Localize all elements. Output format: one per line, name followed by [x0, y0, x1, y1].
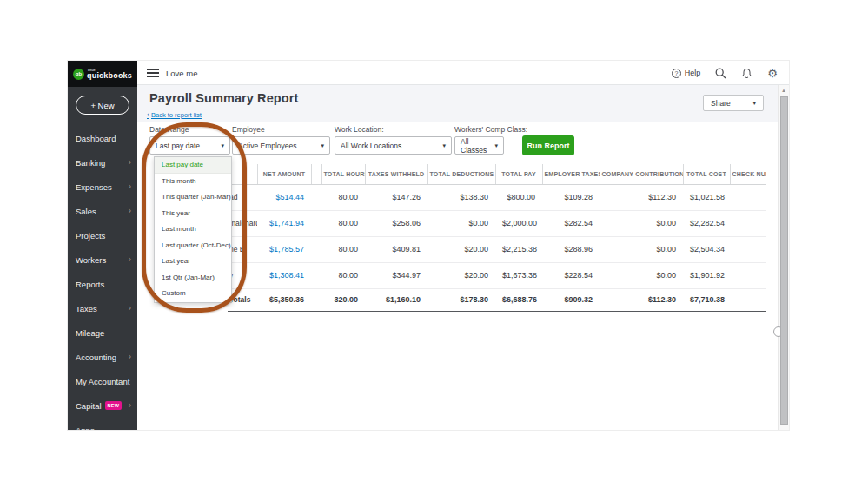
totals-total-hours: 320.00 [321, 288, 365, 311]
sidebar-item-sales[interactable]: Sales › [68, 199, 137, 223]
dropdown-option-1st-qtr[interactable]: 1st Qtr (Jan-Mar) [155, 270, 231, 287]
scrollbar-thumb[interactable] [780, 96, 788, 425]
employee-select[interactable]: Active Employees ▾ [232, 136, 330, 155]
help-icon: ? [672, 69, 681, 78]
total-deductions: $20.00 [427, 236, 495, 262]
sidebar: qb intuit quickbooks + New Dashboard Ban… [68, 61, 137, 430]
dropdown-option-last-quarter[interactable]: Last quarter (Oct-Dec) [155, 238, 231, 254]
net-amount-link[interactable]: $514.44 [257, 184, 311, 210]
total-deductions: $0.00 [427, 210, 495, 236]
employer-taxes: $228.54 [542, 262, 600, 288]
search-icon[interactable] [715, 68, 726, 79]
quickbooks-wordmark: quickbooks [87, 72, 132, 80]
report-content: Date Range Last pay date ▾ Employee Acti… [137, 122, 778, 430]
total-pay: $1,673.38 [495, 262, 542, 288]
dropdown-option-this-year[interactable]: This year [155, 206, 231, 222]
sidebar-item-projects[interactable]: Projects [68, 223, 137, 247]
page-header: Payroll Summary Report ‹ Back to report … [137, 85, 789, 122]
employer-taxes: $288.96 [542, 236, 600, 262]
work-location-label: Work Location: [335, 125, 384, 134]
col-net-amount: NET AMOUNT [257, 164, 311, 184]
date-range-select[interactable]: Last pay date ▾ [149, 136, 230, 155]
total-deductions: $20.00 [427, 262, 495, 288]
workers-comp-class-select[interactable]: All Classes ▾ [454, 136, 504, 155]
date-range-label: Date Range [149, 125, 189, 134]
dropdown-option-this-month[interactable]: This month [155, 174, 231, 190]
run-report-button[interactable]: Run Report [522, 135, 574, 155]
table-row: ad $514.44 80.00 $147.26 $138.30 $800.00… [228, 184, 766, 210]
sidebar-item-my-accountant[interactable]: My Accountant [68, 369, 137, 393]
scroll-up-arrow-icon[interactable]: ▲ [779, 88, 789, 93]
notifications-bell-icon[interactable] [741, 68, 752, 79]
net-amount-link[interactable]: $1,741.94 [257, 210, 311, 236]
sidebar-item-apps[interactable]: Apps [68, 418, 137, 430]
share-button[interactable]: Share ▾ [703, 95, 764, 111]
totals-check-num [730, 288, 766, 311]
table-row: y $1,308.41 80.00 $344.97 $20.00 $1,673.… [228, 262, 766, 288]
chevron-right-icon: › [129, 401, 131, 410]
check-num [730, 210, 766, 236]
totals-employer-taxes: $909.32 [542, 288, 600, 311]
employee-name: ne B. [228, 236, 257, 262]
dropdown-option-last-month[interactable]: Last month [155, 221, 231, 238]
chevron-right-icon: › [129, 182, 131, 191]
page-title: Payroll Summary Report [149, 91, 298, 105]
sidebar-item-expenses[interactable]: Expenses › [68, 175, 137, 199]
employee-name: ad [228, 184, 257, 210]
quickbooks-logo-icon: qb [73, 69, 84, 80]
dropdown-option-this-quarter[interactable]: This quarter (Jan-Mar) [155, 189, 231, 206]
screenshot-canvas: qb intuit quickbooks + New Dashboard Ban… [0, 0, 868, 488]
total-pay: $800.00 [495, 184, 542, 210]
totals-total-pay: $6,688.76 [495, 288, 542, 311]
employee-label: Employee [232, 125, 265, 134]
taxes-withheld: $344.97 [365, 262, 427, 288]
total-hours: 80.00 [321, 184, 365, 210]
totals-row: Totals $5,350.36 320.00 $1,160.10 $178.3… [228, 288, 766, 311]
dropdown-option-custom[interactable]: Custom [155, 286, 231, 302]
dropdown-option-last-pay-date[interactable]: Last pay date [155, 157, 231, 174]
taxes-withheld: $147.26 [365, 184, 427, 210]
new-button[interactable]: + New [76, 96, 129, 115]
dropdown-option-last-year[interactable]: Last year [155, 254, 231, 270]
total-pay: $2,000.00 [495, 210, 542, 236]
net-amount-link[interactable]: $1,308.41 [257, 262, 311, 288]
total-cost: $1,021.58 [683, 184, 730, 210]
work-location-select[interactable]: All Work Locations ▾ [335, 136, 452, 155]
check-num [730, 262, 766, 288]
topbar-actions: ? Help ⚙ [672, 61, 778, 85]
sidebar-item-workers[interactable]: Workers › [68, 247, 137, 272]
total-cost: $2,282.54 [683, 210, 730, 236]
totals-total-deductions: $178.30 [427, 288, 495, 311]
back-to-report-list-link[interactable]: ‹ Back to report list [147, 110, 202, 119]
totals-net-amount: $5,350.36 [257, 288, 311, 311]
sidebar-item-capital[interactable]: Capital NEW › [68, 393, 137, 418]
date-range-dropdown: Last pay date This month This quarter (J… [154, 156, 232, 303]
sidebar-item-dashboard[interactable]: Dashboard [68, 126, 137, 150]
sidebar-item-reports[interactable]: Reports [68, 272, 137, 296]
col-total-deductions: TOTAL DEDUCTIONS [427, 164, 495, 184]
totals-company-contributions: $112.30 [600, 288, 683, 311]
col-employer-taxes: EMPLOYER TAXES [542, 164, 600, 184]
employer-taxes: $109.28 [542, 184, 600, 210]
sidebar-item-taxes[interactable]: Taxes › [68, 296, 137, 320]
vertical-scrollbar[interactable]: ▲ [778, 85, 789, 430]
net-amount-link[interactable]: $1,785.57 [257, 236, 311, 262]
total-cost: $2,504.34 [683, 236, 730, 262]
sidebar-item-banking[interactable]: Banking › [68, 150, 137, 175]
totals-taxes-withheld: $1,160.10 [365, 288, 427, 311]
top-bar: Love me ? Help ⚙ [137, 61, 789, 85]
table-row: ne B. $1,785.57 80.00 $409.81 $20.00 $2,… [228, 236, 766, 262]
menu-icon[interactable] [147, 69, 159, 80]
help-button[interactable]: ? Help [672, 69, 701, 78]
col-total-hours: TOTAL HOURS [321, 164, 365, 184]
check-num [730, 236, 766, 262]
sidebar-item-accounting[interactable]: Accounting › [68, 345, 137, 369]
employee-name: maichard [228, 210, 257, 236]
dropdown-arrow-icon: ▾ [321, 142, 324, 149]
total-hours: 80.00 [321, 262, 365, 288]
company-contributions: $112.30 [600, 184, 683, 210]
new-badge: NEW [105, 401, 123, 410]
quickbooks-logo-text: intuit quickbooks [87, 69, 132, 80]
gear-icon[interactable]: ⚙ [767, 68, 778, 79]
sidebar-item-mileage[interactable]: Mileage [68, 320, 137, 345]
